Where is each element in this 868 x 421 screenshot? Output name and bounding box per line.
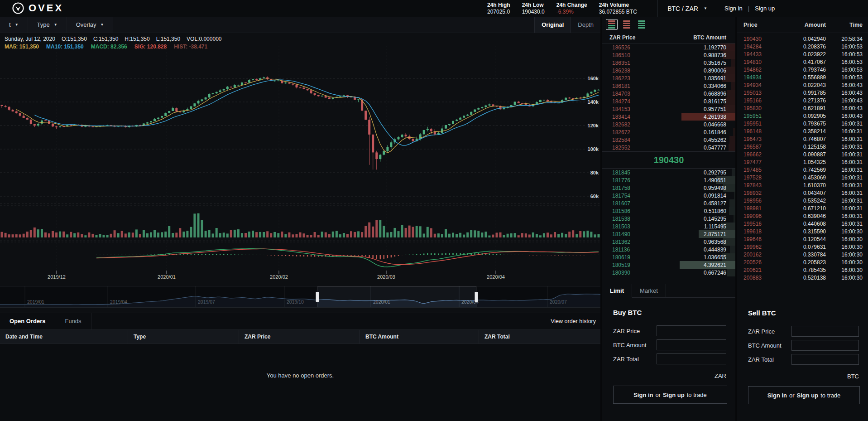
- order-book-bid-row[interactable]: 1813620.963568: [602, 238, 735, 246]
- sell-btc-amount-input[interactable]: [791, 340, 859, 351]
- order-book-bid-row[interactable]: 1817580.959498: [602, 184, 735, 192]
- order-book-bid-row[interactable]: 1805194.392621: [602, 261, 735, 269]
- trade-price: 196587: [737, 144, 776, 150]
- depth-bar: [727, 269, 735, 276]
- trade-amount: 0.023922: [776, 51, 826, 58]
- order-book-ask-row[interactable]: 1834144.261938: [602, 113, 735, 121]
- buy-zar-total-label: ZAR Total: [613, 356, 657, 363]
- order-price: 181503: [612, 223, 630, 230]
- buy-zar-price-input[interactable]: [657, 325, 726, 336]
- order-amount: 1.192770: [704, 44, 726, 51]
- sell-zar-total-input[interactable]: [791, 354, 859, 365]
- svg-text:80k: 80k: [590, 170, 599, 175]
- trade-time: 16:00:31: [826, 213, 868, 219]
- trade-price: 194284: [737, 44, 776, 50]
- order-book-bid-row[interactable]: 1818450.292795: [602, 169, 735, 176]
- trade-amount: 0.785435: [776, 267, 826, 273]
- trade-time: 16:00:31: [826, 128, 868, 135]
- sell-balance-label: BTC: [748, 373, 859, 380]
- order-book-ask-row[interactable]: 1862231.035691: [602, 74, 735, 82]
- order-book-ask-row[interactable]: 1825520.547777: [602, 144, 735, 151]
- order-book-ask-row[interactable]: 1862380.890006: [602, 67, 735, 74]
- chart-type-dropdown[interactable]: Type ▼: [28, 17, 67, 33]
- order-book-bid-row[interactable]: 1806191.036655: [602, 253, 735, 261]
- order-book-bid-row[interactable]: 1815380.145295: [602, 215, 735, 223]
- order-book-bid-row[interactable]: 1803900.667246: [602, 269, 735, 276]
- col-zar-total: ZAR Total: [479, 330, 600, 344]
- order-book-ask-row[interactable]: 1847030.668896: [602, 90, 735, 97]
- depth-bar: [730, 246, 735, 253]
- order-amount: 1.035691: [704, 75, 726, 82]
- sell-zar-price-input[interactable]: [791, 326, 859, 337]
- order-book-ask-row[interactable]: 1865100.988736: [602, 51, 735, 59]
- trade-time: 16:00:31: [826, 159, 868, 165]
- trade-row: 1975280.45306916:00:31: [737, 174, 868, 181]
- buy-form: Buy BTC ZAR PriceBTC AmountZAR Total ZAR…: [602, 298, 735, 404]
- order-book-ask-row[interactable]: 1841530.957751: [602, 105, 735, 113]
- last-price: 190430: [602, 151, 735, 169]
- sign-in-link[interactable]: Sign in: [724, 5, 743, 12]
- trade-row: 1949340.55688916:00:53: [737, 73, 868, 81]
- buy-zar-total-input[interactable]: [657, 353, 726, 364]
- order-amount: 0.816175: [704, 98, 726, 105]
- tab-open-orders[interactable]: Open Orders: [0, 313, 55, 329]
- order-book-bid-row[interactable]: 1811360.444839: [602, 246, 735, 253]
- tab-depth[interactable]: Depth: [571, 17, 600, 33]
- order-book-bid-row[interactable]: 1816070.458127: [602, 199, 735, 207]
- order-amount: 0.458127: [704, 200, 726, 207]
- legend-volume: VOL:0.000000: [187, 36, 221, 42]
- trade-time: 16:00:31: [826, 136, 868, 142]
- order-book-ask-row[interactable]: 1865261.192770: [602, 44, 735, 51]
- sell-form: Sell BTC ZAR PriceBTC AmountZAR Total BT…: [737, 298, 868, 404]
- timeframe-dropdown[interactable]: t ▼: [0, 17, 28, 33]
- tab-original[interactable]: Original: [534, 17, 571, 33]
- chart-view-tabs: Original Depth: [534, 17, 600, 33]
- price-chart-canvas[interactable]: 2019/122020/012020/022020/032020/04160k1…: [0, 33, 600, 284]
- order-book-bid-row[interactable]: 1814902.875171: [602, 230, 735, 238]
- depth-bar: [731, 82, 735, 90]
- view-order-history-link[interactable]: View order history: [551, 313, 596, 329]
- buy-signin-button[interactable]: Sign inorSign upto trade: [613, 386, 727, 404]
- book-view-bids-icon[interactable]: [636, 19, 647, 30]
- trade-time: 16:00:43: [826, 90, 868, 96]
- orders-tabs: Open Orders Funds View order history: [0, 313, 600, 330]
- trade-price: 199646: [737, 236, 776, 242]
- sign-up-link[interactable]: Sign up: [755, 5, 775, 12]
- order-amount: 0.890006: [704, 68, 726, 74]
- sell-signin-button[interactable]: Sign inorSign upto trade: [748, 386, 860, 404]
- overlay-dropdown[interactable]: Overlay ▼: [67, 17, 114, 33]
- navigator-handle-left[interactable]: [316, 292, 319, 302]
- trade-price: 195166: [737, 97, 776, 104]
- order-book-view-toggles: [602, 17, 735, 32]
- navigator-handle-right[interactable]: [475, 292, 478, 302]
- buy-btc-amount-input[interactable]: [657, 339, 726, 350]
- order-book-ask-row[interactable]: 1861810.334066: [602, 82, 735, 90]
- order-book-ask-row[interactable]: 1863510.351675: [602, 59, 735, 67]
- trade-time: 16:00:30: [826, 267, 868, 273]
- tab-funds[interactable]: Funds: [55, 313, 91, 329]
- order-book-bid-row[interactable]: 1815860.511860: [602, 207, 735, 215]
- trades-col-time: Time: [826, 22, 868, 28]
- order-amount: 0.959498: [704, 185, 726, 191]
- order-book-ask-row[interactable]: 1825840.455262: [602, 136, 735, 144]
- book-view-asks-icon[interactable]: [621, 19, 633, 30]
- trade-amount: 0.742569: [776, 167, 826, 173]
- order-price: 186181: [612, 83, 630, 89]
- trade-row: 1951660.27137616:00:43: [737, 97, 868, 104]
- trade-time: 16:00:31: [826, 121, 868, 127]
- chart-navigator[interactable]: 2019/012019/042019/072019/102020/012020/…: [0, 286, 600, 308]
- order-book-ask-row[interactable]: 1826720.161846: [602, 128, 735, 136]
- pair-selector[interactable]: BTC / ZAR ▼: [657, 0, 717, 17]
- tab-limit[interactable]: Limit: [602, 284, 632, 298]
- book-view-combined-icon[interactable]: [606, 19, 618, 30]
- indicator-legend: MA5: 151,350 MA10: 151,350 MACD: 82.356 …: [5, 44, 207, 50]
- order-book-ask-row[interactable]: 1826820.046668: [602, 121, 735, 128]
- tab-market[interactable]: Market: [632, 284, 666, 298]
- order-book-bid-row[interactable]: 1815031.115495: [602, 223, 735, 230]
- legend-hist: HIST: -38.471: [174, 44, 207, 50]
- order-book-ask-row[interactable]: 1842740.816175: [602, 97, 735, 105]
- order-book-bid-row[interactable]: 1817761.490651: [602, 176, 735, 184]
- trade-price: 200162: [737, 252, 776, 258]
- order-book-bid-row[interactable]: 1817540.091814: [602, 192, 735, 199]
- order-price: 183414: [612, 114, 630, 120]
